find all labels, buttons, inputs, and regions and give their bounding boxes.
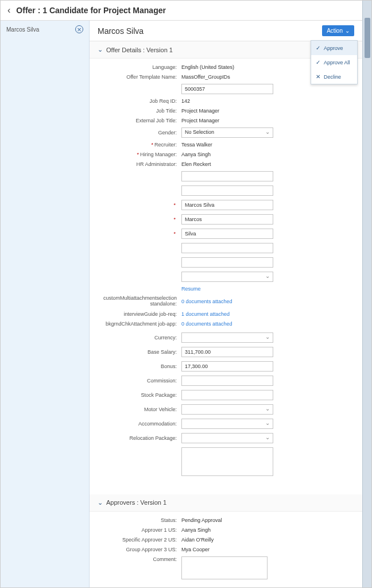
- label-external-job-title: External Job Title:: [101, 118, 181, 123]
- label-bkgrnd-chk: bkgrndChkAttachment job-app:: [101, 321, 181, 327]
- full-name-input[interactable]: [181, 200, 273, 210]
- menu-decline[interactable]: ✕ Decline: [311, 69, 357, 84]
- last-name-input[interactable]: [181, 229, 273, 239]
- label-relocation-package: Relocation Package:: [101, 435, 181, 441]
- label-base-salary: Base Salary:: [101, 349, 181, 355]
- menu-decline-label: Decline: [324, 74, 341, 80]
- label-stock-package: Stock Package:: [101, 392, 181, 398]
- gender-select[interactable]: No Selection: [181, 127, 273, 138]
- scroll-thumb[interactable]: [365, 18, 370, 58]
- interview-guide-link[interactable]: 1 document attached: [181, 311, 230, 317]
- label-interview-guide: interviewGuide job-req:: [101, 311, 181, 317]
- relocation-notes[interactable]: [181, 447, 273, 476]
- label-accommodation: Accommodation:: [101, 421, 181, 427]
- menu-approve-label: Approve: [324, 45, 343, 51]
- back-icon[interactable]: ‹: [7, 5, 10, 16]
- extra-input-3[interactable]: [181, 243, 273, 253]
- label-gender: Gender:: [101, 130, 181, 136]
- extra-input-1[interactable]: [181, 171, 273, 181]
- label-currency: Currency:: [101, 335, 181, 341]
- value-specific-approver2: Aidan O'Reilly: [181, 537, 351, 543]
- value-job-title: Project Manager: [181, 108, 351, 114]
- action-menu: ✓ Approve ✓ Approve All ✕ Decline: [311, 40, 358, 84]
- label-hr-admin: HR Administrator:: [101, 161, 181, 167]
- menu-approve-all-label: Approve All: [324, 60, 350, 65]
- motor-vehicle-select[interactable]: [181, 404, 273, 415]
- value-external-job-title: Project Manager: [181, 118, 351, 123]
- value-recruiter: Tessa Walker: [181, 142, 351, 148]
- template-id-input[interactable]: [181, 84, 273, 94]
- label-recruiter: *Recruiter:: [101, 142, 181, 148]
- accommodation-select[interactable]: [181, 419, 273, 429]
- extra-select-1[interactable]: [181, 272, 273, 282]
- label-template-name: Offer Template Name:: [101, 74, 181, 80]
- close-icon[interactable]: ×: [75, 25, 83, 33]
- label-comment: Comment:: [101, 556, 181, 562]
- value-status: Pending Approval: [181, 517, 351, 523]
- relocation-package-select[interactable]: [181, 433, 273, 443]
- comment-textarea[interactable]: [181, 556, 268, 579]
- chevron-down-icon: ⌄: [345, 28, 350, 34]
- currency-select[interactable]: [181, 332, 273, 343]
- chevron-down-icon: ⌄: [98, 499, 103, 506]
- offer-details-title: Offer Details : Version 1: [106, 47, 173, 53]
- page-title: Offer : 1 Candidate for Project Manager: [16, 6, 166, 15]
- value-group-approver3: Mya Cooper: [181, 547, 351, 552]
- value-approver1: Aanya Singh: [181, 527, 351, 533]
- extra-input-4[interactable]: [181, 257, 273, 268]
- main-panel: Marcos Silva Action ⌄ ✓ Approve ✓ Approv…: [90, 21, 362, 587]
- vertical-scrollbar[interactable]: [362, 1, 371, 587]
- label-motor-vehicle: Motor Vehicle:: [101, 407, 181, 412]
- label-custom-multi: customMultiattachmentselection standalon…: [101, 296, 181, 307]
- extra-input-2[interactable]: [181, 185, 273, 196]
- page-header: ‹ Offer : 1 Candidate for Project Manage…: [1, 1, 371, 21]
- approvers-title: Approvers : Version 1: [106, 499, 166, 506]
- chevron-down-icon: ⌄: [98, 46, 103, 53]
- candidate-name: Marcos Silva: [98, 26, 144, 36]
- approvers-header[interactable]: ⌄ Approvers : Version 1: [90, 494, 362, 512]
- menu-approve-all[interactable]: ✓ Approve All: [311, 55, 357, 69]
- label-approver1: Approver 1 US:: [101, 527, 181, 533]
- label-specific-approver2: Specific Approver 2 US:: [101, 537, 181, 543]
- commission-input[interactable]: [181, 376, 273, 386]
- candidate-sidebar: Marcos Silva ×: [1, 21, 90, 587]
- approvers-form: Status:Pending Approval Approver 1 US:Aa…: [90, 512, 362, 587]
- bonus-input[interactable]: [181, 361, 273, 372]
- check-icon: ✓: [316, 59, 320, 65]
- action-button[interactable]: Action ⌄: [322, 25, 354, 36]
- first-name-input[interactable]: [181, 214, 273, 225]
- label-job-req-id: Job Req ID:: [101, 98, 181, 104]
- label-commission: Commission:: [101, 378, 181, 384]
- offer-details-form: Language: English (United States) Offer …: [90, 59, 362, 486]
- stock-package-input[interactable]: [181, 390, 273, 400]
- label-job-title: Job Title:: [101, 108, 181, 114]
- label-hiring-manager: *Hiring Manager:: [101, 152, 181, 157]
- candidate-header: Marcos Silva Action ⌄: [90, 21, 362, 41]
- label-language: Language:: [101, 64, 181, 70]
- label-status: Status:: [101, 517, 181, 523]
- value-hr-admin: Elen Reckert: [181, 161, 351, 167]
- value-hiring-manager: Aanya Singh: [181, 152, 351, 157]
- value-job-req-id: 142: [181, 98, 351, 104]
- custom-multi-link[interactable]: 0 documents attached: [181, 299, 232, 304]
- x-icon: ✕: [316, 74, 320, 80]
- action-label: Action: [327, 28, 343, 34]
- base-salary-input[interactable]: [181, 347, 273, 357]
- check-icon: ✓: [316, 45, 320, 51]
- menu-approve[interactable]: ✓ Approve: [311, 41, 357, 55]
- sidebar-candidate-item[interactable]: Marcos Silva ×: [1, 21, 89, 38]
- sidebar-candidate-name: Marcos Silva: [6, 26, 39, 33]
- resume-link[interactable]: Resume: [181, 286, 201, 292]
- bkgrnd-chk-link[interactable]: 0 documents attached: [181, 321, 232, 327]
- label-bonus: Bonus:: [101, 363, 181, 369]
- label-group-approver3: Group Approver 3 US:: [101, 547, 181, 552]
